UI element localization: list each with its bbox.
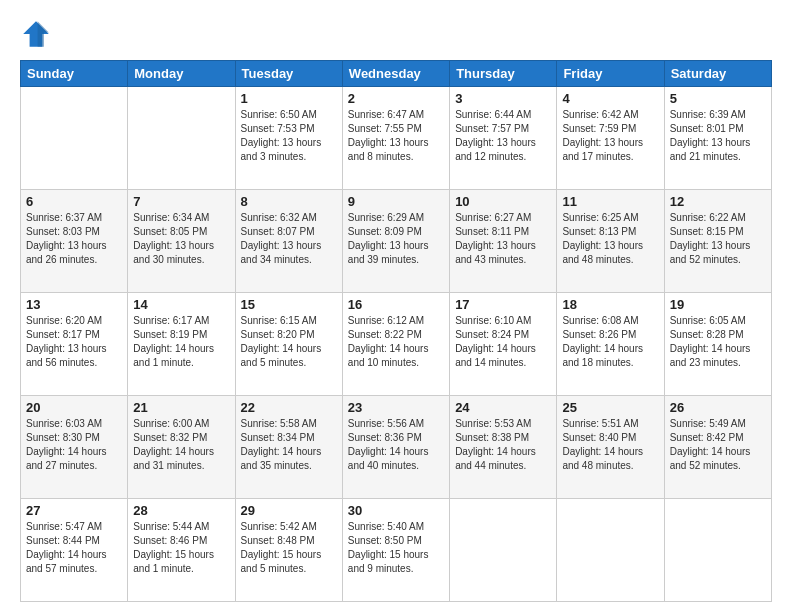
day-cell: 3Sunrise: 6:44 AM Sunset: 7:57 PM Daylig… <box>450 87 557 190</box>
day-cell: 24Sunrise: 5:53 AM Sunset: 8:38 PM Dayli… <box>450 396 557 499</box>
day-info: Sunrise: 5:49 AM Sunset: 8:42 PM Dayligh… <box>670 417 766 473</box>
day-cell: 18Sunrise: 6:08 AM Sunset: 8:26 PM Dayli… <box>557 293 664 396</box>
day-info: Sunrise: 6:00 AM Sunset: 8:32 PM Dayligh… <box>133 417 229 473</box>
day-info: Sunrise: 6:25 AM Sunset: 8:13 PM Dayligh… <box>562 211 658 267</box>
day-cell: 2Sunrise: 6:47 AM Sunset: 7:55 PM Daylig… <box>342 87 449 190</box>
day-number: 28 <box>133 503 229 518</box>
day-info: Sunrise: 6:44 AM Sunset: 7:57 PM Dayligh… <box>455 108 551 164</box>
day-number: 7 <box>133 194 229 209</box>
day-number: 9 <box>348 194 444 209</box>
day-cell: 10Sunrise: 6:27 AM Sunset: 8:11 PM Dayli… <box>450 190 557 293</box>
day-number: 29 <box>241 503 337 518</box>
day-cell: 28Sunrise: 5:44 AM Sunset: 8:46 PM Dayli… <box>128 499 235 602</box>
day-number: 20 <box>26 400 122 415</box>
week-row-1: 1Sunrise: 6:50 AM Sunset: 7:53 PM Daylig… <box>21 87 772 190</box>
day-cell: 22Sunrise: 5:58 AM Sunset: 8:34 PM Dayli… <box>235 396 342 499</box>
week-row-4: 20Sunrise: 6:03 AM Sunset: 8:30 PM Dayli… <box>21 396 772 499</box>
weekday-header-monday: Monday <box>128 61 235 87</box>
day-info: Sunrise: 5:53 AM Sunset: 8:38 PM Dayligh… <box>455 417 551 473</box>
svg-marker-0 <box>23 21 49 47</box>
day-cell <box>450 499 557 602</box>
calendar-table: SundayMondayTuesdayWednesdayThursdayFrid… <box>20 60 772 602</box>
day-number: 6 <box>26 194 122 209</box>
logo <box>20 18 56 50</box>
day-info: Sunrise: 6:20 AM Sunset: 8:17 PM Dayligh… <box>26 314 122 370</box>
day-cell: 14Sunrise: 6:17 AM Sunset: 8:19 PM Dayli… <box>128 293 235 396</box>
day-number: 15 <box>241 297 337 312</box>
logo-icon <box>20 18 52 50</box>
day-info: Sunrise: 6:10 AM Sunset: 8:24 PM Dayligh… <box>455 314 551 370</box>
day-cell: 12Sunrise: 6:22 AM Sunset: 8:15 PM Dayli… <box>664 190 771 293</box>
day-info: Sunrise: 5:42 AM Sunset: 8:48 PM Dayligh… <box>241 520 337 576</box>
day-number: 23 <box>348 400 444 415</box>
day-number: 4 <box>562 91 658 106</box>
day-number: 16 <box>348 297 444 312</box>
day-number: 25 <box>562 400 658 415</box>
day-info: Sunrise: 6:17 AM Sunset: 8:19 PM Dayligh… <box>133 314 229 370</box>
day-cell: 26Sunrise: 5:49 AM Sunset: 8:42 PM Dayli… <box>664 396 771 499</box>
day-info: Sunrise: 6:47 AM Sunset: 7:55 PM Dayligh… <box>348 108 444 164</box>
day-cell <box>21 87 128 190</box>
day-info: Sunrise: 6:29 AM Sunset: 8:09 PM Dayligh… <box>348 211 444 267</box>
day-cell: 9Sunrise: 6:29 AM Sunset: 8:09 PM Daylig… <box>342 190 449 293</box>
day-cell <box>557 499 664 602</box>
day-info: Sunrise: 6:08 AM Sunset: 8:26 PM Dayligh… <box>562 314 658 370</box>
day-info: Sunrise: 6:12 AM Sunset: 8:22 PM Dayligh… <box>348 314 444 370</box>
weekday-header-sunday: Sunday <box>21 61 128 87</box>
day-number: 13 <box>26 297 122 312</box>
day-cell: 19Sunrise: 6:05 AM Sunset: 8:28 PM Dayli… <box>664 293 771 396</box>
day-cell <box>664 499 771 602</box>
day-number: 2 <box>348 91 444 106</box>
weekday-header-thursday: Thursday <box>450 61 557 87</box>
day-cell: 30Sunrise: 5:40 AM Sunset: 8:50 PM Dayli… <box>342 499 449 602</box>
day-info: Sunrise: 5:47 AM Sunset: 8:44 PM Dayligh… <box>26 520 122 576</box>
day-info: Sunrise: 6:32 AM Sunset: 8:07 PM Dayligh… <box>241 211 337 267</box>
day-number: 18 <box>562 297 658 312</box>
day-info: Sunrise: 5:56 AM Sunset: 8:36 PM Dayligh… <box>348 417 444 473</box>
day-info: Sunrise: 5:40 AM Sunset: 8:50 PM Dayligh… <box>348 520 444 576</box>
day-cell: 20Sunrise: 6:03 AM Sunset: 8:30 PM Dayli… <box>21 396 128 499</box>
week-row-5: 27Sunrise: 5:47 AM Sunset: 8:44 PM Dayli… <box>21 499 772 602</box>
page: SundayMondayTuesdayWednesdayThursdayFrid… <box>0 0 792 612</box>
day-number: 17 <box>455 297 551 312</box>
weekday-header-wednesday: Wednesday <box>342 61 449 87</box>
day-cell: 6Sunrise: 6:37 AM Sunset: 8:03 PM Daylig… <box>21 190 128 293</box>
weekday-header-saturday: Saturday <box>664 61 771 87</box>
day-info: Sunrise: 6:34 AM Sunset: 8:05 PM Dayligh… <box>133 211 229 267</box>
day-cell: 16Sunrise: 6:12 AM Sunset: 8:22 PM Dayli… <box>342 293 449 396</box>
day-number: 21 <box>133 400 229 415</box>
day-cell: 23Sunrise: 5:56 AM Sunset: 8:36 PM Dayli… <box>342 396 449 499</box>
day-info: Sunrise: 6:27 AM Sunset: 8:11 PM Dayligh… <box>455 211 551 267</box>
day-info: Sunrise: 6:15 AM Sunset: 8:20 PM Dayligh… <box>241 314 337 370</box>
day-cell <box>128 87 235 190</box>
day-number: 19 <box>670 297 766 312</box>
day-cell: 17Sunrise: 6:10 AM Sunset: 8:24 PM Dayli… <box>450 293 557 396</box>
header <box>20 18 772 50</box>
day-info: Sunrise: 6:42 AM Sunset: 7:59 PM Dayligh… <box>562 108 658 164</box>
day-number: 3 <box>455 91 551 106</box>
day-info: Sunrise: 6:39 AM Sunset: 8:01 PM Dayligh… <box>670 108 766 164</box>
day-number: 5 <box>670 91 766 106</box>
weekday-header-row: SundayMondayTuesdayWednesdayThursdayFrid… <box>21 61 772 87</box>
day-number: 8 <box>241 194 337 209</box>
day-info: Sunrise: 5:58 AM Sunset: 8:34 PM Dayligh… <box>241 417 337 473</box>
day-cell: 7Sunrise: 6:34 AM Sunset: 8:05 PM Daylig… <box>128 190 235 293</box>
day-info: Sunrise: 6:50 AM Sunset: 7:53 PM Dayligh… <box>241 108 337 164</box>
day-info: Sunrise: 5:51 AM Sunset: 8:40 PM Dayligh… <box>562 417 658 473</box>
day-number: 10 <box>455 194 551 209</box>
day-cell: 29Sunrise: 5:42 AM Sunset: 8:48 PM Dayli… <box>235 499 342 602</box>
day-info: Sunrise: 6:05 AM Sunset: 8:28 PM Dayligh… <box>670 314 766 370</box>
day-cell: 11Sunrise: 6:25 AM Sunset: 8:13 PM Dayli… <box>557 190 664 293</box>
day-cell: 1Sunrise: 6:50 AM Sunset: 7:53 PM Daylig… <box>235 87 342 190</box>
day-info: Sunrise: 6:22 AM Sunset: 8:15 PM Dayligh… <box>670 211 766 267</box>
day-cell: 4Sunrise: 6:42 AM Sunset: 7:59 PM Daylig… <box>557 87 664 190</box>
day-number: 22 <box>241 400 337 415</box>
day-number: 11 <box>562 194 658 209</box>
day-number: 24 <box>455 400 551 415</box>
day-info: Sunrise: 5:44 AM Sunset: 8:46 PM Dayligh… <box>133 520 229 576</box>
week-row-3: 13Sunrise: 6:20 AM Sunset: 8:17 PM Dayli… <box>21 293 772 396</box>
day-number: 27 <box>26 503 122 518</box>
day-info: Sunrise: 6:37 AM Sunset: 8:03 PM Dayligh… <box>26 211 122 267</box>
day-cell: 21Sunrise: 6:00 AM Sunset: 8:32 PM Dayli… <box>128 396 235 499</box>
day-cell: 15Sunrise: 6:15 AM Sunset: 8:20 PM Dayli… <box>235 293 342 396</box>
